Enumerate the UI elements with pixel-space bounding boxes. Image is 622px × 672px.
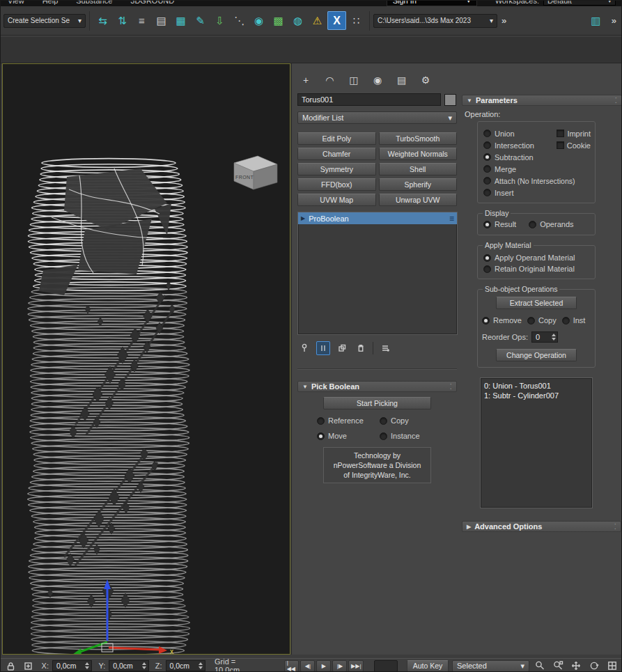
pick-mode-reference[interactable]: Reference xyxy=(317,415,380,426)
show-end-result-icon[interactable] xyxy=(316,341,330,355)
x-view-icon[interactable]: X xyxy=(327,11,346,30)
x-coord-field[interactable]: 0,0cm xyxy=(52,660,92,671)
viewport-layout-icon[interactable]: ▦ xyxy=(171,11,190,30)
object-color-swatch[interactable] xyxy=(444,94,456,106)
play-button[interactable]: ▶ xyxy=(316,660,331,672)
pick-boolean-rollout-header[interactable]: ▼ Pick Boolean ⁚ xyxy=(297,381,457,392)
cookie-checkbox[interactable]: Cookie xyxy=(557,141,591,150)
workspace-panel-icon[interactable]: ▥ xyxy=(586,11,605,30)
sign-in-dropdown[interactable]: Sign In ▾ xyxy=(387,1,477,6)
display-operands[interactable]: Operands xyxy=(529,219,573,230)
operation-attach[interactable]: Attach (No Intersections) xyxy=(483,175,591,187)
modifier-stack[interactable]: ▶ ProBoolean ≡ xyxy=(297,212,458,335)
toolbar-overflow-icon[interactable]: » xyxy=(608,15,620,26)
ribbon-toggle-icon[interactable]: ⇩ xyxy=(210,11,229,30)
menu-substance[interactable]: Substance xyxy=(76,1,112,5)
zoom-extents-icon[interactable] xyxy=(551,659,565,672)
spin-up-icon[interactable] xyxy=(85,662,89,665)
mode-remove[interactable]: Remove xyxy=(482,315,522,326)
hierarchy-tab[interactable]: ◫ xyxy=(345,72,362,88)
viewport[interactable]: xFRONT xyxy=(2,63,290,655)
spin-down-icon[interactable] xyxy=(85,666,89,669)
pick-mode-instance[interactable]: Instance xyxy=(380,430,444,442)
operand-list[interactable]: 0: Union - Torus001 1: Subtr - Cylinder0… xyxy=(480,377,593,508)
menu-view[interactable]: View xyxy=(8,1,24,5)
zoom-icon[interactable] xyxy=(533,659,547,672)
motion-tab[interactable]: ◉ xyxy=(369,72,386,88)
extract-selected-button[interactable]: Extract Selected xyxy=(496,297,577,309)
make-unique-icon[interactable] xyxy=(335,341,349,355)
spin-up-icon[interactable] xyxy=(142,662,146,665)
array-icon[interactable]: ∷ xyxy=(347,11,366,30)
layer-explorer-icon[interactable]: ≡ xyxy=(132,11,151,30)
create-tab[interactable]: + xyxy=(297,72,314,88)
pick-mode-move[interactable]: Move xyxy=(317,430,380,442)
pan-icon[interactable] xyxy=(569,659,583,672)
modifier-button[interactable]: Weighted Normals xyxy=(379,148,458,160)
modify-tab[interactable]: ◠ xyxy=(321,72,338,88)
selection-lock-icon[interactable] xyxy=(4,659,18,672)
modifier-button[interactable]: TurboSmooth xyxy=(379,132,458,145)
change-operation-button[interactable]: Change Operation xyxy=(496,349,577,361)
viewport-canvas[interactable]: xFRONT xyxy=(3,64,290,654)
next-frame-button[interactable]: |▶ xyxy=(332,660,347,672)
apply-operand-material[interactable]: Apply Operand Material xyxy=(483,252,589,263)
mode-copy[interactable]: Copy xyxy=(527,315,557,326)
pick-mode-copy[interactable]: Copy xyxy=(380,415,444,426)
material-editor-icon[interactable]: ◉ xyxy=(249,11,268,30)
operation-union[interactable]: Union Imprint xyxy=(483,127,591,139)
previous-frame-button[interactable]: ◀| xyxy=(300,660,315,672)
retain-original-material[interactable]: Retain Original Material xyxy=(483,263,589,274)
mirror-icon[interactable]: ⇆ xyxy=(93,11,112,30)
object-name-field[interactable] xyxy=(297,93,441,106)
modifier-list-dropdown[interactable]: Modifier List ▾ xyxy=(297,111,457,124)
remove-modifier-icon[interactable] xyxy=(354,341,368,355)
operand-list-item[interactable]: 1: Subtr - Cylinder007 xyxy=(484,391,589,400)
advanced-options-rollout-header[interactable]: ▶ Advanced Options ⁚ xyxy=(462,521,621,532)
operation-subtraction[interactable]: Subtraction xyxy=(483,151,591,163)
project-path-dropdown[interactable]: C:\Users\said...\3ds Max 2023 ▾ xyxy=(373,14,497,28)
modifier-button[interactable]: FFD(box) xyxy=(297,178,376,191)
operand-list-item[interactable]: 0: Union - Torus001 xyxy=(484,381,589,391)
display-result[interactable]: Result xyxy=(483,219,516,230)
parameters-rollout-header[interactable]: ▼ Parameters ⁚ xyxy=(462,95,622,106)
modifier-button[interactable]: Edit Poly xyxy=(297,132,376,145)
operation-insert[interactable]: Insert xyxy=(483,187,591,198)
operation-intersection[interactable]: Intersection Cookie xyxy=(483,139,591,151)
z-coord-field[interactable]: 0,0cm xyxy=(166,660,205,671)
start-picking-button[interactable]: Start Picking xyxy=(323,397,431,409)
orbit-icon[interactable] xyxy=(587,659,601,672)
selection-set-dropdown[interactable]: Create Selection Se ▾ xyxy=(3,14,86,28)
spin-down-icon[interactable] xyxy=(199,666,203,669)
scene-explorer-icon[interactable]: ▤ xyxy=(152,11,171,30)
motion-path-icon[interactable]: ⋱ xyxy=(230,11,249,30)
spin-up-icon[interactable] xyxy=(552,334,556,336)
menu-3dground[interactable]: 3DGROUND xyxy=(130,1,174,5)
auto-key-button[interactable]: Auto Key xyxy=(407,660,449,672)
render-setup-icon[interactable]: ▩ xyxy=(269,11,288,30)
pin-stack-icon[interactable] xyxy=(297,341,311,355)
transform-typein-mode-icon[interactable] xyxy=(22,659,36,672)
key-filter-dropdown[interactable]: Selected ▾ xyxy=(452,660,529,672)
modifier-button[interactable]: Spherify xyxy=(379,178,458,191)
menu-help[interactable]: Help xyxy=(42,1,59,5)
align-icon[interactable]: ⇅ xyxy=(113,11,132,30)
y-coord-field[interactable]: 0,0cm xyxy=(109,660,148,671)
operation-merge[interactable]: Merge xyxy=(483,163,591,175)
edit-selection-icon[interactable]: ✎ xyxy=(191,11,210,30)
spin-down-icon[interactable] xyxy=(142,666,146,669)
spin-up-icon[interactable] xyxy=(199,662,203,665)
rendered-frame-icon[interactable]: ◍ xyxy=(288,11,307,30)
modifier-button[interactable]: Shell xyxy=(379,163,458,175)
warning-icon[interactable]: ⚠ xyxy=(308,11,327,30)
modifier-button[interactable]: UVW Map xyxy=(297,194,376,206)
set-key-button[interactable] xyxy=(374,660,398,672)
workspaces-dropdown[interactable]: Default ▾ xyxy=(543,1,616,6)
maximize-viewport-icon[interactable] xyxy=(605,659,619,672)
imprint-checkbox[interactable]: Imprint xyxy=(557,130,591,138)
reorder-ops-spinner[interactable]: 0 xyxy=(531,331,558,343)
toolbar-overflow-icon[interactable]: » xyxy=(498,15,510,26)
display-tab[interactable]: ▤ xyxy=(394,72,410,88)
go-to-end-button[interactable]: ▶▶| xyxy=(348,660,364,672)
modifier-stack-row[interactable]: ▶ ProBoolean ≡ xyxy=(298,212,457,224)
